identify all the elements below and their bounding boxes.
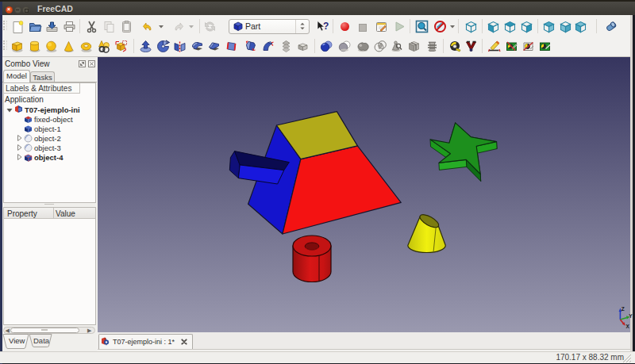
svg-text:Z: Z xyxy=(622,306,625,312)
svg-text:Y: Y xyxy=(629,313,633,319)
svg-text:?: ? xyxy=(323,21,329,32)
svg-text:X: X xyxy=(626,324,630,329)
